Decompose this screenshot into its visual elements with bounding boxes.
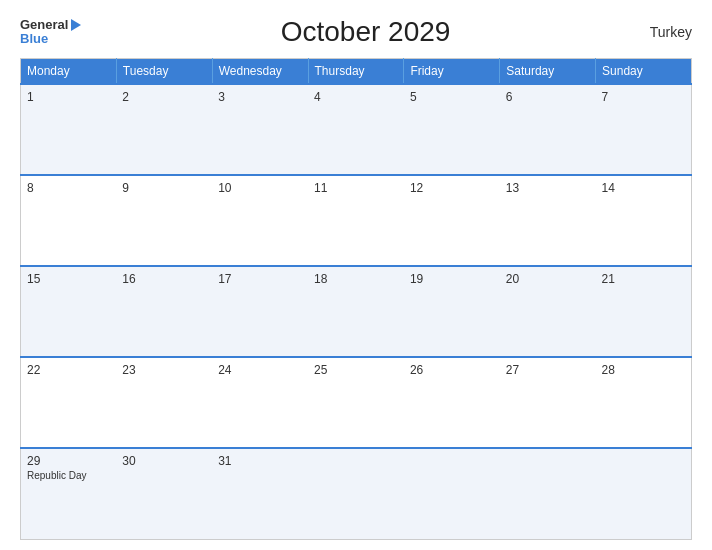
calendar-title: October 2029 (281, 16, 451, 48)
calendar-day-cell: 28 (596, 357, 692, 448)
day-number: 22 (27, 363, 110, 377)
day-number: 17 (218, 272, 302, 286)
calendar-day-cell (596, 448, 692, 539)
calendar-body: 1234567891011121314151617181920212223242… (21, 84, 692, 540)
calendar-day-cell (500, 448, 596, 539)
calendar-day-cell: 10 (212, 175, 308, 266)
holiday-label: Republic Day (27, 470, 110, 481)
col-thursday: Thursday (308, 59, 404, 85)
calendar-page: General Blue October 2029 Turkey Monday … (0, 0, 712, 550)
calendar-week-row: 15161718192021 (21, 266, 692, 357)
calendar-day-cell: 15 (21, 266, 117, 357)
day-number: 10 (218, 181, 302, 195)
calendar-day-cell: 16 (116, 266, 212, 357)
calendar-week-row: 22232425262728 (21, 357, 692, 448)
day-number: 15 (27, 272, 110, 286)
calendar-day-cell: 18 (308, 266, 404, 357)
day-number: 11 (314, 181, 398, 195)
calendar-day-cell: 7 (596, 84, 692, 175)
logo: General Blue (20, 18, 81, 47)
calendar-day-cell: 8 (21, 175, 117, 266)
calendar-day-cell: 21 (596, 266, 692, 357)
day-number: 3 (218, 90, 302, 104)
col-friday: Friday (404, 59, 500, 85)
col-saturday: Saturday (500, 59, 596, 85)
logo-top: General (20, 18, 81, 32)
day-number: 27 (506, 363, 590, 377)
calendar-day-cell: 4 (308, 84, 404, 175)
day-number: 16 (122, 272, 206, 286)
calendar-day-cell: 13 (500, 175, 596, 266)
day-number: 25 (314, 363, 398, 377)
calendar-day-cell: 31 (212, 448, 308, 539)
calendar-week-row: 29Republic Day3031 (21, 448, 692, 539)
calendar-day-cell: 22 (21, 357, 117, 448)
day-number: 4 (314, 90, 398, 104)
calendar-week-row: 1234567 (21, 84, 692, 175)
day-number: 30 (122, 454, 206, 468)
calendar-day-cell: 25 (308, 357, 404, 448)
day-number: 28 (602, 363, 685, 377)
day-number: 23 (122, 363, 206, 377)
day-number: 21 (602, 272, 685, 286)
calendar-table: Monday Tuesday Wednesday Thursday Friday… (20, 58, 692, 540)
calendar-day-cell: 6 (500, 84, 596, 175)
day-number: 2 (122, 90, 206, 104)
col-wednesday: Wednesday (212, 59, 308, 85)
calendar-day-cell (404, 448, 500, 539)
calendar-day-cell: 9 (116, 175, 212, 266)
calendar-day-cell: 27 (500, 357, 596, 448)
calendar-day-cell: 23 (116, 357, 212, 448)
day-number: 8 (27, 181, 110, 195)
calendar-day-cell: 2 (116, 84, 212, 175)
calendar-day-cell: 30 (116, 448, 212, 539)
calendar-header: Monday Tuesday Wednesday Thursday Friday… (21, 59, 692, 85)
day-number: 14 (602, 181, 685, 195)
calendar-day-cell: 11 (308, 175, 404, 266)
calendar-week-row: 891011121314 (21, 175, 692, 266)
calendar-day-cell: 3 (212, 84, 308, 175)
day-number: 6 (506, 90, 590, 104)
day-number: 13 (506, 181, 590, 195)
logo-bottom: Blue (20, 32, 81, 46)
day-number: 18 (314, 272, 398, 286)
calendar-day-cell: 24 (212, 357, 308, 448)
weekday-header-row: Monday Tuesday Wednesday Thursday Friday… (21, 59, 692, 85)
day-number: 20 (506, 272, 590, 286)
day-number: 31 (218, 454, 302, 468)
calendar-day-cell: 12 (404, 175, 500, 266)
day-number: 12 (410, 181, 494, 195)
calendar-day-cell: 5 (404, 84, 500, 175)
calendar-day-cell: 26 (404, 357, 500, 448)
day-number: 19 (410, 272, 494, 286)
header: General Blue October 2029 Turkey (20, 16, 692, 48)
calendar-day-cell: 14 (596, 175, 692, 266)
day-number: 1 (27, 90, 110, 104)
calendar-day-cell: 20 (500, 266, 596, 357)
col-tuesday: Tuesday (116, 59, 212, 85)
day-number: 5 (410, 90, 494, 104)
day-number: 7 (602, 90, 685, 104)
country-label: Turkey (650, 24, 692, 40)
col-sunday: Sunday (596, 59, 692, 85)
col-monday: Monday (21, 59, 117, 85)
calendar-day-cell: 19 (404, 266, 500, 357)
calendar-day-cell (308, 448, 404, 539)
day-number: 29 (27, 454, 110, 468)
calendar-day-cell: 29Republic Day (21, 448, 117, 539)
calendar-day-cell: 1 (21, 84, 117, 175)
calendar-day-cell: 17 (212, 266, 308, 357)
day-number: 26 (410, 363, 494, 377)
day-number: 24 (218, 363, 302, 377)
day-number: 9 (122, 181, 206, 195)
